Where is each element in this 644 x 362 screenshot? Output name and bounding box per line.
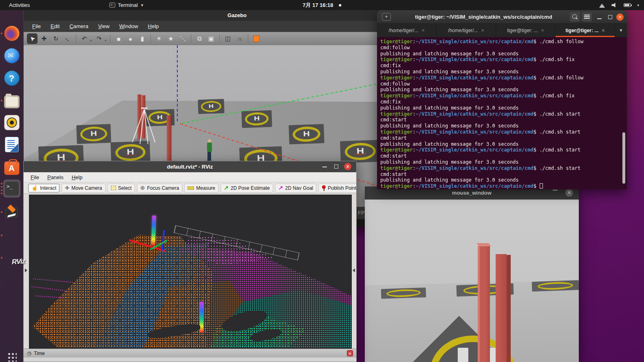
box-icon[interactable]: ■ [113, 33, 124, 44]
toolbar-separator [248, 34, 248, 43]
rviz-icon: RViz [11, 257, 25, 266]
tab-close-icon[interactable]: × [422, 28, 425, 33]
scale-icon[interactable]: ↔ [62, 33, 73, 44]
terminal-tab[interactable]: tiger@tiger: ...× [556, 24, 615, 37]
terminal-app-icon: >_ [4, 181, 19, 196]
terminal-tab[interactable]: /home/tiger/...× [377, 24, 437, 37]
mouse-window-camera-view[interactable] [365, 200, 579, 362]
select-arrow-icon[interactable]: ➤ [27, 33, 37, 44]
axis-z-blue [177, 45, 178, 123]
new-tab-icon[interactable]: + [382, 13, 391, 21]
rviz-3d-viewport[interactable] [29, 195, 352, 349]
close-icon[interactable]: × [616, 13, 624, 21]
dock-item-ubuntu-software[interactable]: A [0, 156, 23, 177]
menu-item-camera[interactable]: Camera [65, 23, 93, 29]
rotate-icon[interactable]: ↻ [51, 33, 61, 44]
terminal-scrollbar[interactable] [622, 132, 625, 184]
dock-item-thunderbird[interactable] [0, 46, 23, 66]
activities-button[interactable]: Activities [6, 2, 33, 8]
dock-item-help[interactable]: ? [0, 68, 23, 88]
copy-icon[interactable]: ⧉ [194, 33, 205, 44]
maximize-icon[interactable] [334, 165, 338, 169]
time-panel-close-icon[interactable]: ✕ [347, 350, 353, 356]
terminal-prompt-line: tiger@tiger:~/VISIM_single/catkin_ws/src… [380, 147, 627, 153]
terminal-tab[interactable]: /home/tiger/...× [437, 24, 496, 37]
close-icon[interactable]: ✕ [565, 189, 573, 197]
red-pillar-right [496, 254, 507, 362]
panel-expand-right-icon[interactable] [353, 268, 355, 272]
app-menu[interactable]: > Terminal ▼ [109, 2, 144, 8]
running-dot [1, 33, 2, 34]
menu-item-panels[interactable]: Panels [44, 174, 67, 180]
terminal-prompt-line: tiger@tiger:~/VISIM_single/catkin_ws/src… [380, 165, 627, 171]
tab-label: /home/tiger/... [448, 28, 478, 33]
redo-icon[interactable]: ↷ [94, 33, 104, 44]
tool-2d-nav-goal[interactable]: 2D Nav Goal [275, 184, 316, 193]
tool-2d-pose-estimate[interactable]: 2D Pose Estimate [221, 184, 273, 193]
menu-item-file[interactable]: File [28, 23, 45, 29]
helipad-h-marking: H [289, 129, 324, 138]
paste-icon[interactable]: ▣ [206, 33, 216, 44]
caret-down-icon[interactable]: ▾ [105, 39, 106, 42]
hamburger-menu-icon[interactable] [582, 12, 592, 22]
undo-icon[interactable]: ↶ [79, 33, 90, 44]
dock-item-unknown-app[interactable] [0, 225, 23, 246]
hand-icon [31, 185, 38, 191]
tab-close-icon[interactable]: × [481, 28, 484, 33]
align-icon[interactable]: ◫ [223, 33, 233, 44]
dock-item-show-applications[interactable] [0, 347, 23, 362]
terminal-output[interactable]: tiger@tiger:~/VISIM_single/catkin_ws/src… [377, 37, 627, 189]
spot-light-icon[interactable]: ★ [165, 33, 176, 44]
close-icon[interactable]: ✕ [344, 163, 351, 170]
view-angle-icon[interactable] [251, 33, 262, 44]
menu-item-edit[interactable]: Edit [46, 23, 64, 29]
tool-select[interactable]: Select [108, 184, 135, 193]
minimize-icon[interactable] [553, 190, 558, 191]
dock-item-rhythmbox[interactable] [0, 112, 23, 133]
terminal-output-line: cmd:start [380, 135, 627, 141]
menu-item-help[interactable]: Help [143, 23, 163, 29]
terminal-title-bar[interactable]: + tiger@tiger: ~/VISIM_single/catkin_ws/… [377, 10, 627, 24]
tool-interact[interactable]: Interact [28, 184, 60, 193]
tab-list-caret[interactable]: ▼ [615, 24, 627, 37]
maximize-icon[interactable] [608, 15, 612, 19]
menu-item-view[interactable]: View [94, 23, 114, 29]
tool-publish-point[interactable]: Publish Point [318, 184, 357, 193]
menu-item-window[interactable]: Window [115, 23, 143, 29]
tab-label: /home/tiger/... [388, 28, 418, 33]
move-camera-icon [65, 185, 69, 191]
point-light-icon[interactable]: ☀ [154, 33, 164, 44]
clock[interactable]: 7月 17 16:18 [302, 2, 341, 9]
dock-item-gazebo[interactable] [0, 202, 23, 222]
tab-close-icon[interactable]: × [541, 28, 544, 33]
tab-label: tiger@tiger: ... [507, 28, 538, 33]
terminal-output-line: cmd:follow [380, 81, 627, 87]
tool-focus-camera[interactable]: Focus Camera [137, 184, 182, 193]
directional-light-icon[interactable]: ⋱ [177, 33, 188, 44]
dock-item-libreoffice-writer[interactable] [0, 134, 23, 155]
translate-icon[interactable]: ✚ [39, 33, 49, 44]
time-panel-header[interactable]: ◷ Time ✕ [24, 349, 356, 358]
cylinder-icon[interactable]: ▮ [137, 33, 148, 44]
panel-expand-left-icon[interactable] [25, 268, 27, 272]
tab-close-icon[interactable]: × [602, 28, 605, 33]
terminal-tab[interactable]: tiger@tiger: ...× [496, 24, 556, 37]
dock-item-firefox[interactable] [0, 23, 23, 44]
snap-icon[interactable]: ∩ [234, 33, 245, 44]
menu-item-file[interactable]: File [27, 174, 43, 180]
tool-move-camera[interactable]: Move Camera [62, 184, 105, 193]
minimize-icon[interactable] [322, 167, 327, 167]
red-pillar [137, 94, 141, 139]
system-status-area[interactable]: ? ▾ [599, 0, 639, 10]
terminal-output-line: publishing and latching message for 3.0 … [380, 177, 627, 183]
sphere-icon[interactable]: ● [125, 33, 136, 44]
caret-down-icon[interactable]: ▾ [90, 39, 92, 42]
rviz-title-bar[interactable]: default.rviz* - RViz ✕ [24, 161, 356, 172]
search-icon[interactable] [570, 12, 580, 22]
dock-item-rviz[interactable]: RViz [0, 248, 23, 268]
dock-item-files[interactable] [0, 90, 23, 111]
menu-item-help[interactable]: Help [68, 174, 86, 180]
minimize-icon[interactable] [597, 18, 602, 19]
dock-item-terminal[interactable]: >_ [0, 178, 23, 199]
tool-measure[interactable]: Measure [184, 184, 218, 193]
